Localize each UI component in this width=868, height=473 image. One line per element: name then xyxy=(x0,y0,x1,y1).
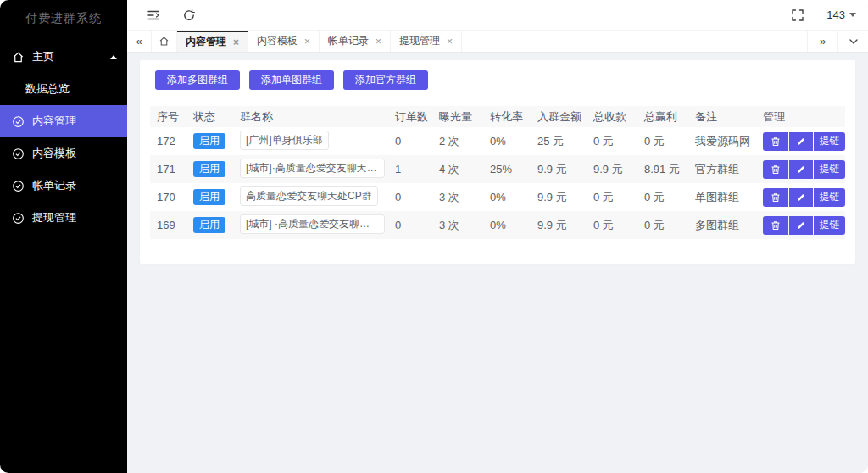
group-name: [城市]·高质量恋爱交友聊天处CP群 xyxy=(240,159,385,178)
tab-content-template[interactable]: 内容模板 × xyxy=(248,31,320,52)
column-header-9: 备注 xyxy=(688,106,756,127)
sidebar-item-content-template[interactable]: 内容模板 xyxy=(0,137,127,170)
column-header-4: 曝光量 xyxy=(432,106,483,127)
tab-label: 内容模板 xyxy=(257,34,298,48)
circle-check-icon xyxy=(12,212,25,225)
tab-label: 内容管理 xyxy=(186,35,226,49)
tab-content-manage[interactable]: 内容管理 × xyxy=(177,31,248,52)
tab-withdraw[interactable]: 提现管理 × xyxy=(391,31,462,52)
sidebar-item-overview[interactable]: 数据总览 xyxy=(0,73,127,105)
close-icon[interactable]: × xyxy=(304,36,310,47)
cell-id: 172 xyxy=(150,127,186,155)
group-name: [城市] ·高质量恋爱交友聊天处CP群 xyxy=(240,214,385,234)
sidebar-item-withdraw[interactable]: 提现管理 xyxy=(0,202,127,234)
circle-check-icon xyxy=(12,180,25,192)
extract-link-button[interactable]: 提链 xyxy=(814,132,845,151)
column-header-7: 总收款 xyxy=(587,106,637,127)
cell-entry-amount: 9.9 元 xyxy=(531,211,587,239)
tabs-scroll-right-button[interactable]: » xyxy=(807,31,837,52)
table-header-row: 序号状态群名称订单数曝光量转化率入群金额总收款总赢利备注管理 xyxy=(150,106,845,127)
tabs-scroll-left-button[interactable]: « xyxy=(127,31,151,52)
cell-total-collected: 0 元 xyxy=(587,127,637,155)
extract-link-button[interactable]: 提链 xyxy=(814,160,845,179)
cell-name: 高质量恋爱交友聊天处CP群 xyxy=(233,183,388,211)
user-dropdown[interactable]: 143 xyxy=(826,8,856,21)
cell-name: [广州]单身俱乐部 xyxy=(233,127,388,155)
column-header-6: 入群金额 xyxy=(531,106,587,127)
add-single-image-group-button[interactable]: 添加单图群组 xyxy=(249,70,334,90)
action-button-group: 提链 xyxy=(763,132,845,151)
column-header-8: 总赢利 xyxy=(637,106,688,127)
refresh-icon[interactable] xyxy=(181,7,198,24)
extract-link-button[interactable]: 提链 xyxy=(814,216,845,235)
sidebar-item-label: 提现管理 xyxy=(32,210,76,225)
cell-remark: 多图群组 xyxy=(688,211,756,239)
cell-exposure: 3 次 xyxy=(432,183,483,211)
column-header-0: 序号 xyxy=(150,106,186,127)
delete-button[interactable] xyxy=(763,132,788,151)
user-id: 143 xyxy=(826,8,845,21)
sidebar-item-home[interactable]: 主页 xyxy=(0,41,127,73)
add-official-group-button[interactable]: 添加官方群组 xyxy=(343,70,428,90)
cell-entry-amount: 9.9 元 xyxy=(531,155,587,183)
action-button-group: 提链 xyxy=(763,188,845,207)
cell-name: [城市] ·高质量恋爱交友聊天处CP群 xyxy=(233,211,388,239)
close-icon[interactable]: × xyxy=(233,37,239,47)
cell-total-profit: 8.91 元 xyxy=(637,155,688,183)
cell-status: 启用 xyxy=(186,155,233,183)
sidebar-item-label: 帐单记录 xyxy=(32,178,76,193)
sidebar-item-billing[interactable]: 帐单记录 xyxy=(0,170,127,202)
fullscreen-icon[interactable] xyxy=(789,7,806,24)
sidebar-item-content-manage[interactable]: 内容管理 xyxy=(0,105,127,137)
sidebar-item-label: 内容管理 xyxy=(32,114,76,129)
tab-home-button[interactable] xyxy=(151,31,177,52)
group-name: [广州]单身俱乐部 xyxy=(240,131,329,150)
sidebar-fold-icon[interactable] xyxy=(145,7,162,24)
cell-conversion: 0% xyxy=(483,183,531,211)
edit-button[interactable] xyxy=(789,216,813,235)
sidebar-item-label: 数据总览 xyxy=(25,81,70,97)
delete-button[interactable] xyxy=(763,216,788,235)
cell-remark: 官方群组 xyxy=(688,155,756,183)
table-body: 172 启用 [广州]单身俱乐部 0 2 次 0% 25 元 0 元 0 元 我… xyxy=(150,127,845,239)
tab-bar: « 内容管理 × 内容模板 × 帐单记录 × 提现管理 × » xyxy=(127,30,868,53)
action-button-group: 提链 xyxy=(763,160,845,179)
extract-link-button[interactable]: 提链 xyxy=(814,188,845,207)
table-row: 169 启用 [城市] ·高质量恋爱交友聊天处CP群 0 3 次 0% 9.9 … xyxy=(150,211,845,239)
pencil-icon xyxy=(796,192,806,203)
sidebar-item-label: 主页 xyxy=(32,49,54,64)
status-badge: 启用 xyxy=(193,217,225,234)
cell-orders: 0 xyxy=(388,211,432,239)
table-row: 171 启用 [城市]·高质量恋爱交友聊天处CP群 1 4 次 25% 9.9 … xyxy=(150,155,845,183)
tab-billing[interactable]: 帐单记录 × xyxy=(320,31,391,52)
cell-remark: 我爱源码网 xyxy=(688,127,756,155)
edit-button[interactable] xyxy=(789,188,813,207)
cell-orders: 0 xyxy=(388,183,432,211)
cell-actions: 提链 xyxy=(756,211,845,239)
cell-status: 启用 xyxy=(186,211,233,239)
trash-icon xyxy=(771,136,781,147)
tab-options-dropdown[interactable] xyxy=(837,31,868,52)
table-row: 172 启用 [广州]单身俱乐部 0 2 次 0% 25 元 0 元 0 元 我… xyxy=(150,127,845,155)
sidebar: 付费进群系统 主页 数据总览 内容管理 xyxy=(0,0,127,473)
cell-exposure: 2 次 xyxy=(432,127,483,155)
status-badge: 启用 xyxy=(193,161,225,178)
column-header-2: 群名称 xyxy=(233,106,388,127)
cell-id: 171 xyxy=(150,155,186,183)
edit-button[interactable] xyxy=(789,132,813,151)
cell-entry-amount: 25 元 xyxy=(531,127,587,155)
delete-button[interactable] xyxy=(763,160,788,179)
home-icon xyxy=(159,36,170,47)
edit-button[interactable] xyxy=(789,160,813,179)
topbar: 143 xyxy=(127,0,868,30)
circle-check-icon xyxy=(12,147,25,160)
groups-table: 序号状态群名称订单数曝光量转化率入群金额总收款总赢利备注管理 172 启用 [广… xyxy=(150,106,845,239)
trash-icon xyxy=(771,192,781,203)
delete-button[interactable] xyxy=(763,188,788,207)
close-icon[interactable]: × xyxy=(447,36,453,47)
cell-id: 170 xyxy=(150,183,186,211)
close-icon[interactable]: × xyxy=(376,36,381,47)
main-area: 143 « 内容管理 × 内容模板 × 帐单记录 × 提现管理 xyxy=(127,0,868,473)
add-multi-image-group-button[interactable]: 添加多图群组 xyxy=(155,70,240,90)
home-icon xyxy=(12,51,25,64)
